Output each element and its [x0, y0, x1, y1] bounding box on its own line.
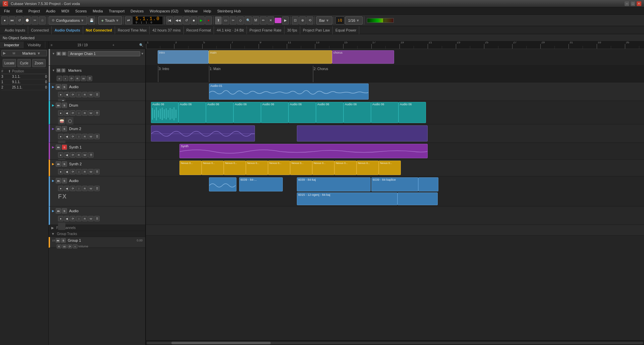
markers-header[interactable]: ▶ M Markers ▼ [1, 50, 47, 56]
synth2-mute[interactable]: m [56, 161, 61, 167]
maximize-button[interactable]: □ [631, 1, 635, 6]
synth1-solo[interactable]: S [62, 145, 67, 150]
transport-stop[interactable]: ■ [191, 16, 197, 24]
synth2-solo[interactable]: S [62, 161, 67, 167]
menu-workspaces[interactable]: Workspaces (G2) [147, 8, 181, 14]
region-main[interactable]: main [209, 50, 332, 64]
menu-audio[interactable]: Audio [43, 8, 58, 14]
marker-row-3[interactable]: 3 3.1.1. 0 [1, 74, 47, 79]
synth2-expand[interactable]: ▶ [52, 162, 54, 166]
group1-mute[interactable]: m [56, 238, 60, 243]
d-btn4[interactable]: ↕ [76, 110, 82, 116]
configurations-button[interactable]: ⚙ Configurations ▼ [49, 16, 87, 24]
d2-btn3[interactable]: ⟳ [70, 134, 75, 139]
group1-solo[interactable]: S [61, 238, 66, 243]
touch-mode-btn[interactable]: ◆ Touch ▼ [98, 16, 122, 24]
audio2-mute[interactable]: m [56, 178, 61, 183]
s2-btn7[interactable]: ☰ [94, 169, 100, 174]
nexus-1[interactable]: Nexus 0... [179, 161, 202, 175]
menu-help[interactable]: Help [201, 8, 214, 14]
a3-btn3[interactable]: ⟳ [70, 216, 75, 221]
status-audio-outputs[interactable]: Audio Outputs [52, 26, 83, 34]
transport-play[interactable]: ▶ [198, 16, 205, 24]
transport-record[interactable]: ● [205, 16, 212, 24]
audio3-expand[interactable]: ▶ [52, 209, 54, 213]
menu-scores[interactable]: Scores [72, 8, 89, 14]
audio1-solo[interactable]: S [62, 84, 67, 90]
arrange-viewport[interactable]: intro main chorus 3: Intro 1: Main 2: Ch… [146, 49, 644, 340]
group-tracks-header[interactable]: ▼ Group Tracks [49, 231, 145, 237]
audio2-solo[interactable]: S [62, 178, 67, 183]
audio2-clip6[interactable]: 6015 - 12-ogenj - 84-kaj [297, 192, 397, 205]
nexus-7[interactable]: Nexus 0... [312, 161, 334, 175]
transport-rewind[interactable]: ◀◀ [174, 16, 182, 24]
audio1-mute[interactable]: m [56, 84, 61, 90]
s1-btn5[interactable]: W [82, 152, 88, 158]
menu-edit[interactable]: Edit [13, 8, 25, 14]
s2-btn3[interactable]: ⟳ [70, 169, 75, 174]
tool-range[interactable]: ▭ [222, 16, 229, 24]
tool-erase[interactable]: ✕ [267, 16, 274, 24]
drum2-expand[interactable]: ▶ [52, 127, 54, 130]
drum-clip-4[interactable]: Audio 06 [233, 102, 261, 123]
g1-btn1[interactable]: R [57, 244, 61, 248]
drum2-solo[interactable]: S [62, 126, 67, 131]
menu-devices[interactable]: Devices [128, 8, 146, 14]
drum-clip-7[interactable]: Audio 06 [316, 102, 343, 123]
minimize-button[interactable]: – [625, 1, 629, 6]
d-btn2[interactable]: ◀ [64, 110, 69, 116]
cycle-btn[interactable]: Cycle [17, 59, 31, 67]
audio2-clip4[interactable]: 6039 - 84-kaplice [371, 177, 418, 191]
a1-btn1[interactable]: ● [58, 92, 63, 97]
d-btn3[interactable]: ⟳ [70, 110, 75, 116]
tab-inspector[interactable]: Inspector [0, 42, 23, 48]
nexus-8[interactable]: Nexus 0... [334, 161, 357, 175]
a3-btn4[interactable]: ↕ [76, 216, 82, 221]
loop-btn[interactable]: ⟲ [307, 16, 313, 24]
scrollbar-track[interactable] [147, 342, 643, 344]
tb-activate-project[interactable]: ● [1, 16, 8, 24]
zoom-btn[interactable]: Zoom [32, 59, 46, 67]
search-track-btn[interactable]: 🔍 [139, 43, 143, 47]
s1-btn2[interactable]: ◀ [64, 152, 69, 158]
markers-btn3[interactable]: ⟳ [69, 76, 74, 81]
close-button[interactable]: ✕ [637, 1, 641, 6]
a2-btn5[interactable]: R [82, 186, 88, 191]
nexus-4[interactable]: Nexus 0... [246, 161, 268, 175]
drum2-mute[interactable]: m [56, 126, 61, 131]
tool-color[interactable] [275, 18, 281, 23]
nexus-3[interactable]: Nexus 0... [224, 161, 246, 175]
audio1-clip[interactable]: Audio-01 [209, 83, 369, 100]
a3-btn2[interactable]: ◀ [64, 216, 69, 221]
tb-btn5[interactable]: ✂ [32, 16, 38, 24]
synth1-mute[interactable]: m [56, 145, 61, 150]
tb-btn4[interactable]: ⌚ [23, 16, 31, 24]
region-intro[interactable]: intro [158, 50, 209, 64]
tool-play[interactable]: ▶ [282, 16, 289, 24]
grid-type-btn[interactable]: Bar ▼ [316, 16, 332, 24]
tb-btn2[interactable]: ⏮ [9, 16, 15, 24]
tb-btn6[interactable]: ☆ [39, 16, 46, 24]
nexus-6[interactable]: Nexus 0... [290, 161, 312, 175]
s2-btn2[interactable]: ◀ [64, 169, 69, 174]
audio3-solo[interactable]: S [62, 208, 67, 214]
transport-to-start[interactable]: |◀ [166, 16, 173, 24]
s2-btn1[interactable]: ● [58, 169, 63, 174]
audio2-clip5[interactable] [418, 177, 438, 191]
a2-btn3[interactable]: ⟳ [70, 186, 75, 191]
g1-btn4[interactable]: ≈ [73, 244, 77, 248]
a1-btn5[interactable]: R [82, 92, 88, 97]
region-chorus[interactable]: chorus [332, 50, 394, 64]
audio2-expand[interactable]: ▶ [52, 179, 54, 182]
drum-clip-9[interactable]: Audio 06 [371, 102, 398, 123]
d-btn1[interactable]: ● [58, 110, 63, 116]
menu-midi[interactable]: MIDI [59, 8, 72, 14]
status-project-frame-rate[interactable]: Project Frame Rate [247, 26, 284, 34]
drum-solo[interactable]: S [62, 103, 67, 108]
a1-btn4[interactable]: ↕ [76, 92, 82, 97]
drum-expand[interactable]: ▶ [52, 104, 54, 107]
locate-btn[interactable]: Locate [3, 59, 16, 67]
drum-clip-6[interactable]: Audio 06 [288, 102, 316, 123]
d2-btn6[interactable]: W [88, 134, 94, 139]
a1-btn2[interactable]: ◀ [64, 92, 69, 97]
